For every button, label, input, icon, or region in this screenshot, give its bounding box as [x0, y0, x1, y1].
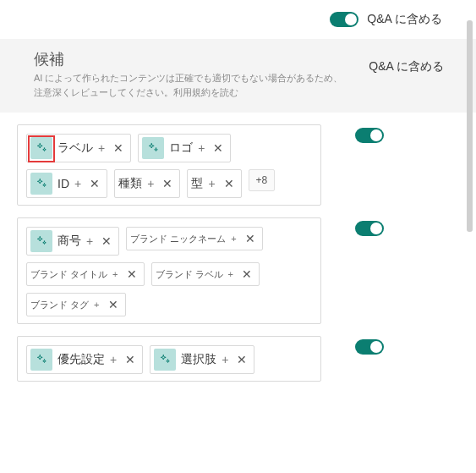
chip-label: ブランド ラベル [156, 268, 223, 281]
chip-label: 種類 [118, 176, 142, 191]
chip-plus: + [231, 234, 236, 244]
header-title: 候補 [34, 49, 342, 69]
close-icon[interactable]: ✕ [122, 353, 135, 366]
card-row: ラベル +✕ロゴ +✕ID +✕種類 +✕型 +✕+8 [17, 124, 476, 206]
suggestion-cards: ラベル +✕ロゴ +✕ID +✕種類 +✕型 +✕+8商号 +✕ブランド ニック… [0, 124, 476, 382]
chip-plus: + [94, 300, 99, 310]
include-in-qa-toggle[interactable] [355, 128, 384, 143]
chip-plus: + [86, 234, 93, 248]
synonym-chip[interactable]: 型 +✕ [187, 169, 241, 198]
suggestion-card: 優先設定 +✕選択肢 +✕ [17, 336, 321, 382]
card-row: 優先設定 +✕選択肢 +✕ [17, 336, 476, 382]
sparkle-icon [30, 230, 52, 252]
close-icon[interactable]: ✕ [110, 141, 123, 155]
sparkle-icon [142, 137, 164, 159]
chip-plus: + [222, 353, 228, 366]
synonym-chip[interactable]: 優先設定 +✕ [26, 345, 143, 374]
close-icon[interactable]: ✕ [221, 177, 234, 190]
chip-plus: + [147, 177, 154, 190]
include-in-qa-toggle[interactable] [355, 221, 384, 236]
close-icon[interactable]: ✕ [242, 232, 255, 245]
synonym-chip[interactable]: ブランド タイトル +✕ [26, 262, 145, 286]
chip-plus: + [198, 141, 205, 155]
card-toggle-column [355, 124, 384, 143]
chip-label: 型 [191, 176, 203, 191]
close-icon[interactable]: ✕ [159, 177, 172, 190]
more-chip[interactable]: +8 [249, 169, 276, 191]
chip-label: 優先設定 [57, 352, 105, 367]
suggestion-card: 商号 +✕ブランド ニックネーム +✕ブランド タイトル +✕ブランド ラベル … [17, 217, 321, 324]
card-toggle-column [355, 336, 384, 355]
header-text: 候補 AI によって作られたコンテンツは正確でも適切でもない場合があるため、 注… [34, 49, 342, 99]
header-subtitle: AI によって作られたコンテンツは正確でも適切でもない場合があるため、 注意深く… [34, 71, 342, 99]
vertical-scrollbar[interactable] [467, 20, 473, 232]
sparkle-icon [30, 173, 52, 195]
chip-label: ロゴ [169, 140, 193, 156]
sparkle-icon [30, 349, 52, 371]
chip-label: 商号 [57, 234, 81, 249]
synonym-chip[interactable]: 選択肢 +✕ [150, 345, 254, 374]
sparkle-icon [154, 349, 176, 371]
close-icon[interactable]: ✕ [105, 298, 118, 311]
chip-plus: + [98, 141, 105, 155]
sparkle-icon [30, 137, 52, 159]
suggestions-header: 候補 AI によって作られたコンテンツは正確でも適切でもない場合があるため、 注… [0, 39, 476, 113]
chip-label: ID [57, 177, 69, 190]
close-icon[interactable]: ✕ [233, 353, 247, 366]
synonym-chip[interactable]: ロゴ +✕ [138, 134, 231, 162]
top-toggle-row: Q&A に含める [0, 0, 476, 39]
card-toggle-column [355, 217, 384, 236]
include-in-qa-label-top: Q&A に含める [367, 12, 442, 27]
chip-label: ブランド タグ [30, 299, 89, 311]
chip-label: ラベル [57, 140, 93, 156]
close-icon[interactable]: ✕ [98, 234, 112, 248]
close-icon[interactable]: ✕ [86, 177, 100, 190]
terms-link[interactable]: 利用規約を読む [173, 87, 238, 97]
synonym-chip[interactable]: 種類 +✕ [114, 169, 180, 198]
chip-plus: + [112, 269, 118, 279]
card-row: 商号 +✕ブランド ニックネーム +✕ブランド タイトル +✕ブランド ラベル … [17, 217, 476, 324]
close-icon[interactable]: ✕ [238, 267, 252, 281]
synonym-chip[interactable]: 商号 +✕ [26, 227, 119, 256]
column-header-include: Q&A に含める [369, 49, 459, 74]
chip-label: ブランド タイトル [30, 268, 107, 281]
synonym-chip[interactable]: ID +✕ [26, 169, 107, 198]
close-icon[interactable]: ✕ [210, 141, 223, 155]
synonym-chip[interactable]: ブランド ニックネーム +✕ [126, 227, 263, 250]
synonym-chip[interactable]: ブランド タグ +✕ [26, 293, 126, 316]
chip-plus: + [208, 177, 215, 190]
chip-plus: + [110, 353, 117, 366]
close-icon[interactable]: ✕ [123, 267, 137, 281]
chip-plus: + [74, 177, 81, 190]
suggestion-card: ラベル +✕ロゴ +✕ID +✕種類 +✕型 +✕+8 [17, 124, 321, 206]
chip-label: 選択肢 [181, 352, 216, 367]
synonym-chip[interactable]: ラベル +✕ [26, 134, 131, 162]
synonym-chip[interactable]: ブランド ラベル +✕ [151, 262, 260, 286]
include-in-qa-toggle-top[interactable] [330, 12, 358, 27]
chip-plus: + [228, 269, 233, 279]
include-in-qa-toggle[interactable] [355, 339, 384, 355]
chip-label: ブランド ニックネーム [130, 233, 226, 245]
